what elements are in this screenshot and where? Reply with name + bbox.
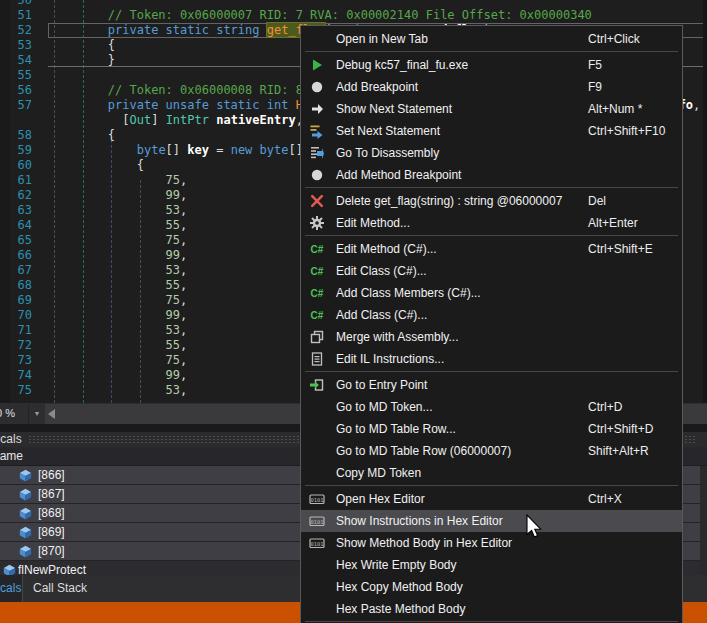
hex-editor-icon: 0101 — [306, 491, 328, 507]
code-text: { — [50, 158, 144, 173]
menu-item-go-to-md-table-row[interactable]: Go to MD Table Row...Ctrl+Shift+D — [301, 418, 682, 440]
line-number: 60 — [0, 158, 32, 173]
zoom-dropdown-button[interactable]: ▼ — [28, 404, 45, 423]
menu-item-set-next-statement[interactable]: Set Next StatementCtrl+Shift+F10 — [301, 120, 682, 142]
menu-item-add-class-members-c[interactable]: C#Add Class Members (C#)... — [301, 282, 682, 304]
locals-row-name: [869] — [38, 523, 65, 541]
menu-item-label: Show Method Body in Hex Editor — [336, 532, 512, 554]
menu-item-open-in-new-tab[interactable]: Open in New TabCtrl+Click — [301, 28, 682, 50]
menu-item-label: Edit IL Instructions... — [336, 348, 444, 370]
breakpoint-icon — [306, 79, 328, 95]
menu-item-hex-copy-method-body[interactable]: Hex Copy Method Body — [301, 576, 682, 598]
menu-item-label: Add Breakpoint — [336, 76, 418, 98]
menu-item-go-to-md-token[interactable]: Go to MD Token...Ctrl+D — [301, 396, 682, 418]
menu-item-add-breakpoint[interactable]: Add BreakpointF9 — [301, 76, 682, 98]
menu-item-label: Debug kc57_final_fu.exe — [336, 54, 468, 76]
menu-item-label: Set Next Statement — [336, 120, 440, 142]
menu-item-open-hex-editor[interactable]: 0101Open Hex EditorCtrl+X — [301, 488, 682, 510]
debug-start-icon — [306, 57, 328, 73]
code-text: 99, — [50, 188, 187, 203]
no-icon — [306, 421, 328, 437]
menu-item-edit-method[interactable]: Edit Method...Alt+Enter — [301, 212, 682, 234]
line-number: 52 — [0, 23, 32, 38]
menu-item-label: Add Class (C#)... — [336, 304, 427, 326]
line-number: 58 — [0, 128, 32, 143]
code-text: 75, — [50, 353, 187, 368]
line-number: 65 — [0, 233, 32, 248]
hex-editor-icon: 0101 — [306, 513, 328, 529]
code-text: byte[] key = new byte[] — [50, 143, 303, 158]
no-icon — [306, 557, 328, 573]
code-text: } — [50, 53, 115, 68]
svg-text:C#: C# — [311, 266, 324, 277]
menu-item-hex-write-empty-body[interactable]: Hex Write Empty Body — [301, 554, 682, 576]
code-text: { — [50, 128, 115, 143]
editor-vertical-scrollbar[interactable] — [703, 0, 707, 403]
menu-item-label: Copy MD Token — [336, 462, 421, 484]
code-text: 75, — [50, 293, 187, 308]
menu-item-label: Go to MD Table Row... — [336, 418, 456, 440]
menu-item-go-to-md-table-row-06000007[interactable]: Go to MD Table Row (06000007)Shift+Alt+R — [301, 440, 682, 462]
menu-item-label: Go to MD Token... — [336, 396, 433, 418]
locals-vertical-scrollbar[interactable] — [700, 466, 707, 575]
menu-item-show-instructions-in-hex-editor[interactable]: 0101Show Instructions in Hex Editor — [301, 510, 682, 532]
menu-item-show-method-body-in-hex-editor[interactable]: 0101Show Method Body in Hex Editor — [301, 532, 682, 554]
line-number: 71 — [0, 323, 32, 338]
menu-item-label: Add Method Breakpoint — [336, 164, 461, 186]
menu-item-add-method-breakpoint[interactable]: Add Method Breakpoint — [301, 164, 682, 186]
menu-item-go-to-entry-point[interactable]: Go to Entry Point — [301, 374, 682, 396]
locals-row-name: [870] — [38, 542, 65, 560]
menu-item-edit-class-c[interactable]: C#Edit Class (C#)... — [301, 260, 682, 282]
menu-item-label: Go to Entry Point — [336, 374, 427, 396]
merge-assembly-icon — [306, 329, 328, 345]
menu-item-show-next-statement[interactable]: Show Next StatementAlt+Num * — [301, 98, 682, 120]
menu-item-merge-with-assembly[interactable]: Merge with Assembly... — [301, 326, 682, 348]
menu-item-label: Edit Method... — [336, 212, 410, 234]
code-text: 99, — [50, 308, 187, 323]
line-number: 69 — [0, 293, 32, 308]
csharp-icon: C# — [306, 307, 328, 323]
code-text: 75, — [50, 173, 187, 188]
line-number: 72 — [0, 338, 32, 353]
gear-icon — [306, 215, 328, 231]
csharp-icon: C# — [306, 285, 328, 301]
menu-item-label: Go to MD Table Row (06000007) — [336, 440, 511, 462]
menu-item-label: Delete get_flag(string) : string @060000… — [336, 190, 562, 212]
menu-item-debug-kc57-final-fu-exe[interactable]: Debug kc57_final_fu.exeF5 — [301, 54, 682, 76]
svg-text:0101: 0101 — [310, 519, 323, 525]
svg-text:C#: C# — [311, 310, 324, 321]
code-text: 55, — [50, 278, 187, 293]
code-line-50: 50 — [0, 0, 707, 8]
menu-item-delete-get-flag-string-string-06000007[interactable]: Delete get_flag(string) : string @060000… — [301, 190, 682, 212]
line-number: 66 — [0, 248, 32, 263]
scroll-left-arrow-icon[interactable] — [48, 409, 55, 419]
line-number: 64 — [0, 218, 32, 233]
tab-locals[interactable]: Locals — [0, 575, 23, 602]
line-number: 55 — [0, 68, 32, 83]
menu-item-shortcut: Alt+Num * — [588, 98, 642, 120]
locals-title-label: Locals — [0, 432, 22, 447]
menu-item-label: Show Instructions in Hex Editor — [336, 510, 503, 532]
menu-item-edit-il-instructions[interactable]: Edit IL Instructions... — [301, 348, 682, 370]
set-next-statement-icon — [306, 123, 328, 139]
hex-editor-icon: 0101 — [306, 535, 328, 551]
zoom-level-combobox[interactable]: 100 % — [0, 404, 15, 423]
svg-text:C#: C# — [311, 288, 324, 299]
svg-text:0101: 0101 — [310, 541, 323, 547]
menu-item-add-class-c[interactable]: C#Add Class (C#)... — [301, 304, 682, 326]
mouse-cursor — [526, 514, 544, 544]
code-text: 99, — [50, 368, 187, 383]
menu-item-copy-md-token[interactable]: Copy MD Token — [301, 462, 682, 484]
name-column-label: Name — [0, 447, 23, 466]
locals-row-name: [868] — [38, 504, 65, 522]
menu-item-go-to-disassembly[interactable]: Go To Disassembly — [301, 142, 682, 164]
svg-text:0101: 0101 — [310, 497, 323, 503]
menu-item-hex-paste-method-body[interactable]: Hex Paste Method Body — [301, 598, 682, 620]
line-number: 67 — [0, 263, 32, 278]
menu-item-shortcut: Ctrl+Shift+F10 — [588, 120, 665, 142]
menu-item-shortcut: Ctrl+Shift+D — [588, 418, 653, 440]
line-number: 54 — [0, 53, 32, 68]
disassembly-icon — [306, 145, 328, 161]
menu-item-edit-method-c[interactable]: C#Edit Method (C#)...Ctrl+Shift+E — [301, 238, 682, 260]
local-variable-icon — [19, 507, 32, 520]
